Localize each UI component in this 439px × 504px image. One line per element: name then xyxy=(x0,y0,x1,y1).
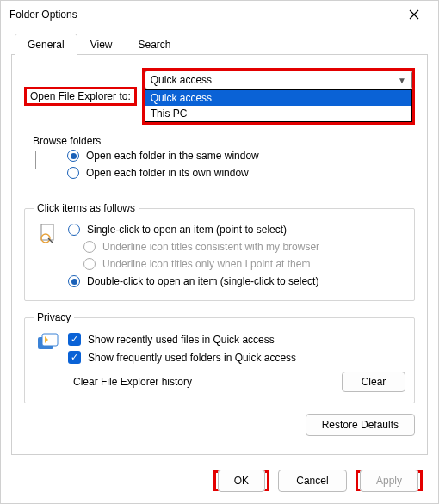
tab-panel-general: Open File Explorer to: Quick access ▼ Qu… xyxy=(11,54,428,455)
check-frequent-folders[interactable]: ✓ Show frequently used folders in Quick … xyxy=(68,348,405,366)
check-recent-files[interactable]: ✓ Show recently used files in Quick acce… xyxy=(68,330,405,348)
tab-view[interactable]: View xyxy=(77,34,126,55)
radio-icon xyxy=(68,224,80,236)
privacy-icon xyxy=(34,330,63,356)
open-explorer-combo-highlight: Quick access ▼ Quick access This PC xyxy=(142,68,415,125)
privacy-legend: Privacy xyxy=(34,311,74,323)
ok-button[interactable]: OK xyxy=(218,470,265,492)
svg-rect-0 xyxy=(41,224,53,240)
tabstrip: General View Search xyxy=(1,34,438,55)
combo-item-quick-access[interactable]: Quick access xyxy=(145,90,411,106)
dialog-title: Folder Options xyxy=(9,9,77,21)
clear-button[interactable]: Clear xyxy=(342,372,405,392)
radio-icon xyxy=(68,275,80,287)
radio-same-window[interactable]: Open each folder in the same window xyxy=(67,147,406,164)
checkbox-icon: ✓ xyxy=(68,351,81,364)
ok-highlight: OK xyxy=(213,470,269,491)
browse-folders-legend: Browse folders xyxy=(29,135,104,147)
cancel-button[interactable]: Cancel xyxy=(278,470,347,492)
apply-button[interactable]: Apply xyxy=(360,470,418,492)
browse-folders-group: Browse folders Open each folder in the s… xyxy=(24,135,415,192)
radio-icon xyxy=(83,241,96,253)
apply-highlight: Apply xyxy=(356,470,423,491)
folder-options-dialog: Folder Options General View Search Open … xyxy=(0,0,439,504)
open-explorer-selected: Quick access xyxy=(151,74,212,86)
privacy-group: Privacy ✓ Show recently used files in Qu… xyxy=(24,311,415,403)
radio-underline-browser: Underline icon titles consistent with my… xyxy=(83,238,405,255)
radio-single-click[interactable]: Single-click to open an item (point to s… xyxy=(68,221,405,238)
file-click-icon xyxy=(34,221,63,247)
tab-search[interactable]: Search xyxy=(126,34,184,55)
open-explorer-dropdown: Quick access This PC xyxy=(145,89,412,122)
titlebar: Folder Options xyxy=(1,1,438,28)
open-explorer-row: Open File Explorer to: Quick access ▼ Qu… xyxy=(24,68,415,125)
radio-icon xyxy=(67,167,79,179)
chevron-down-icon: ▼ xyxy=(398,76,406,85)
open-explorer-label: Open File Explorer to: xyxy=(24,87,137,106)
checkbox-icon: ✓ xyxy=(68,333,81,346)
radio-underline-point: Underline icon titles only when I point … xyxy=(83,255,405,273)
svg-rect-3 xyxy=(42,334,58,346)
dialog-footer: OK Cancel Apply xyxy=(1,458,438,503)
click-items-group: Click items as follows Single-click to o… xyxy=(24,202,415,301)
radio-own-window[interactable]: Open each folder in its own window xyxy=(67,164,406,181)
radio-icon xyxy=(67,150,79,162)
close-button[interactable] xyxy=(399,3,430,27)
clear-history-label: Clear File Explorer history xyxy=(73,376,192,388)
radio-icon xyxy=(83,258,96,270)
click-items-legend: Click items as follows xyxy=(34,202,139,214)
open-explorer-combobox[interactable]: Quick access ▼ xyxy=(145,71,412,89)
restore-defaults-button[interactable]: Restore Defaults xyxy=(306,414,415,436)
folder-icon xyxy=(33,147,62,173)
radio-double-click[interactable]: Double-click to open an item (single-cli… xyxy=(68,273,405,290)
combo-item-this-pc[interactable]: This PC xyxy=(145,106,411,121)
tab-general[interactable]: General xyxy=(15,34,77,56)
